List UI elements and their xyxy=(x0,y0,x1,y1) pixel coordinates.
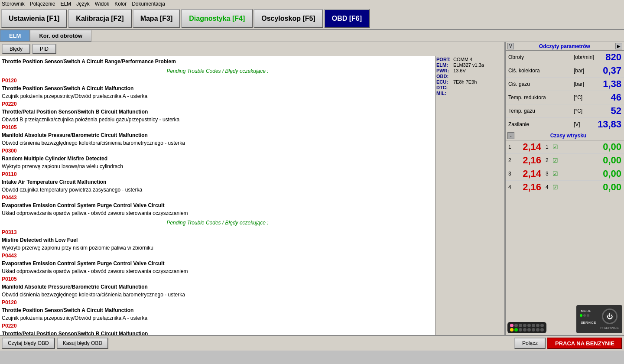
inject-val1-2: 2,16 xyxy=(515,155,541,166)
error-code: P0220 xyxy=(2,100,433,108)
dtc-label: DTC: xyxy=(436,85,452,90)
error-list[interactable]: Throttle Position Sensor/Switch A Circui… xyxy=(0,56,435,335)
error-title: Manifold Absolute Pressure/Barometric Ci… xyxy=(2,131,433,139)
error-title: Evaporative Emission Control System Purg… xyxy=(2,202,433,209)
param-row-temp-gazu: Temp. gazu [°C] 52 xyxy=(506,104,624,118)
inject-check-2[interactable]: ☑ xyxy=(552,157,559,164)
param-unit-cis-kolektora: [bar] xyxy=(574,68,595,74)
error-title: Random Multiple Cylinder Misfire Detecte… xyxy=(2,155,433,162)
param-name-cis-gazu: Ciś. gazu xyxy=(508,81,574,87)
inject-val2-1: 0,00 xyxy=(559,141,621,153)
inject-check-4[interactable]: ☑ xyxy=(552,184,559,191)
v-button[interactable]: V xyxy=(507,43,514,49)
error-desc: Wykryto przerwę zapłonu losową/na wielu … xyxy=(2,162,433,170)
nav-ustawienia[interactable]: Ustawienia [F1] xyxy=(1,9,67,28)
elm-value: ELM327 v1.3a xyxy=(453,62,484,68)
error-desc: Wykryto przerwę zapłonu przy niskim pozi… xyxy=(2,244,433,252)
menu-dokumentacja[interactable]: Dokumentacja xyxy=(132,1,165,7)
error-title: Misfire Detected with Low Fuel xyxy=(2,236,433,244)
inject-num-4: 4 xyxy=(508,184,515,190)
inject-row-2: 2 2,16 2 ☑ 0,00 xyxy=(506,154,624,167)
connect-button[interactable]: Połącz xyxy=(514,338,546,349)
inject-row-3: 3 2,14 3 ☑ 0,00 xyxy=(506,167,624,181)
param-unit-zasilanie: [V] xyxy=(574,121,595,127)
inject-val1-4: 2,16 xyxy=(515,182,541,193)
nav-mapa[interactable]: Mapa [F3] xyxy=(133,9,181,28)
power-button[interactable]: ⏻ xyxy=(602,309,618,324)
nav-diagnostyka[interactable]: Diagnostyka [F4] xyxy=(181,9,253,28)
error-desc: Obwód ciśnienia bezwzględnego kolektora/… xyxy=(2,139,433,147)
pin-7 xyxy=(536,324,540,327)
param-name-temp-reduktora: Temp. reduktora xyxy=(508,94,574,101)
port-value: COMM 4 xyxy=(453,57,472,62)
pin-10 xyxy=(514,328,518,332)
read-errors-button[interactable]: Czytaj błędy OBD xyxy=(2,338,55,349)
inject-num-1: 1 xyxy=(508,144,515,150)
error-desc: Obwód czujnika temperatury powietrza zas… xyxy=(2,186,433,194)
arrow-right-button[interactable]: ▶ xyxy=(615,43,622,49)
param-value-temp-reduktora: 46 xyxy=(595,92,621,103)
inject-minus-button[interactable]: - xyxy=(507,132,514,139)
param-unit-obroty: [obr/min] xyxy=(574,54,595,60)
error-code: P0105 xyxy=(2,275,433,283)
subtab-pid[interactable]: PID xyxy=(32,44,56,54)
pin-9 xyxy=(510,328,514,332)
info-panel: PORT: COMM 4 ELM: ELM327 v1.3a PWR: 13.6… xyxy=(435,56,504,335)
menu-polaczenie[interactable]: Połączenie xyxy=(30,1,55,7)
tab-kor[interactable]: Kor. od obrotów xyxy=(30,30,91,42)
inject-val2-2: 0,00 xyxy=(559,155,621,166)
menu-kolor[interactable]: Kolor xyxy=(114,1,127,7)
inject-num2-2: 2 xyxy=(546,157,552,163)
error-code: P0313 xyxy=(2,228,433,236)
clear-errors-button[interactable]: Kasuj błędy OBD xyxy=(57,338,108,349)
subtabrow: Błędy PID xyxy=(0,42,504,56)
error-desc: Czujnik położenia przepustnicy/Obwód prz… xyxy=(2,314,433,322)
nav-obd[interactable]: OBD [F6] xyxy=(324,9,370,28)
param-row-zasilanie: Zasilanie [V] 13,83 xyxy=(506,118,624,131)
pin-2 xyxy=(514,324,518,327)
pin-15 xyxy=(536,328,540,332)
param-name-temp-gazu: Temp. gazu xyxy=(508,108,574,114)
error-title: Throttle/Petal Position Sensor/Switch B … xyxy=(2,108,433,116)
pin-4 xyxy=(523,324,526,327)
inject-val1-1: 2,14 xyxy=(515,141,541,153)
power-area: MODE SERVICE ⏻ R SERVICE xyxy=(576,305,622,333)
error-code: P0110 xyxy=(2,170,433,178)
error-title: Throttle Position Sensor/Switch A Circui… xyxy=(2,58,433,65)
obd-label: OBD: xyxy=(436,74,452,79)
error-title: Throttle/Petal Position Sensor/Switch B … xyxy=(2,330,433,335)
param-value-temp-gazu: 52 xyxy=(595,105,621,117)
error-code: P0443 xyxy=(2,194,433,202)
rightpanel-title: Odczyty parametrów xyxy=(514,43,615,49)
nav-kalibracja[interactable]: Kalibracja [F2] xyxy=(68,9,131,28)
inject-val2-3: 0,00 xyxy=(559,168,621,179)
tab-elm[interactable]: ELM xyxy=(0,30,30,42)
param-name-obroty: Obroty xyxy=(508,54,574,60)
error-desc: Układ odprowadzania oparów paliwa - obwó… xyxy=(2,267,433,275)
port-label: PORT: xyxy=(436,57,452,62)
error-title: Intake Air Temperature Circuit Malfuncti… xyxy=(2,178,433,186)
subtab-bledy[interactable]: Błędy xyxy=(2,44,30,54)
pin-3 xyxy=(519,324,522,327)
pin-12 xyxy=(523,328,526,332)
injection-header: - Czasy wtrysku xyxy=(506,131,624,140)
menu-jezyk[interactable]: Język xyxy=(76,1,90,7)
inject-num2-3: 3 xyxy=(546,171,552,177)
inject-row-1: 1 2,14 1 ☑ 0,00 xyxy=(506,140,624,154)
pin-13 xyxy=(527,328,531,332)
pin-8 xyxy=(540,324,544,327)
pin-5 xyxy=(527,324,531,327)
mil-label: MIL: xyxy=(436,91,452,96)
menu-widok[interactable]: Widok xyxy=(95,1,109,7)
error-desc: Układ odprowadzania oparów paliwa - obwó… xyxy=(2,209,433,217)
nav-oscyloskop[interactable]: Oscyloskop [F5] xyxy=(254,9,323,28)
param-name-cis-kolektora: Ciś. kolektora xyxy=(508,68,574,74)
menu-elm[interactable]: ELM xyxy=(60,1,71,7)
service-label: SERVICE xyxy=(580,320,597,325)
menu-sterownik[interactable]: Sterownik xyxy=(2,1,25,7)
praca-button[interactable]: PRACA NA BENZYNIE xyxy=(547,338,622,349)
inject-check-1[interactable]: ☑ xyxy=(552,143,559,150)
param-value-zasilanie: 13,83 xyxy=(595,119,621,130)
inject-check-3[interactable]: ☑ xyxy=(552,170,559,177)
pin-14 xyxy=(532,328,535,332)
